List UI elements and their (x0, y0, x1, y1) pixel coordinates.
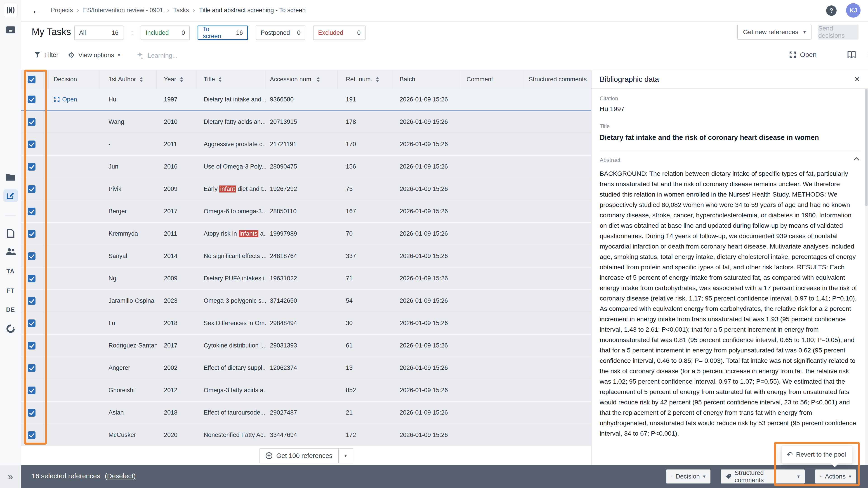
row-checkbox[interactable] (28, 409, 35, 417)
help-icon[interactable]: ? (826, 5, 837, 16)
table-row[interactable]: Ng2009Dietary PUFA intakes i...196310227… (21, 267, 591, 290)
batch-cell: 2026-01-09 15:26 (394, 342, 461, 349)
structured-comments-button[interactable]: Structured comments ▾ (721, 469, 805, 484)
row-checkbox[interactable] (28, 163, 35, 170)
row-checkbox[interactable] (28, 342, 35, 350)
archive-tray-icon[interactable] (0, 25, 21, 34)
table-row[interactable]: Wang2010Dietary fatty acids an...2071391… (21, 111, 591, 133)
breadcrumb-item[interactable]: ES/Intervention review - 0901 (83, 7, 163, 14)
column-header-ref-num-[interactable]: Ref. num. (338, 70, 394, 89)
breadcrumb[interactable]: Projects›ES/Intervention review - 0901›T… (51, 7, 306, 14)
column-header-year[interactable]: Year (157, 70, 196, 89)
table-row[interactable]: -2011Aggressive prostate c...21721191170… (21, 133, 591, 156)
table-row[interactable]: Pivik2009Early infant diet and t...19267… (21, 178, 591, 200)
sort-icon[interactable] (317, 77, 320, 82)
table-row[interactable]: Berger2017Omega-6 to omega-3...288501101… (21, 200, 591, 223)
sort-icon[interactable] (376, 77, 379, 82)
plus-circle-icon (266, 452, 273, 459)
app-logo[interactable] (0, 3, 21, 17)
document-icon[interactable] (0, 229, 21, 238)
close-icon[interactable]: × (854, 74, 860, 84)
send-decisions-label: Send decisions (818, 25, 859, 39)
deselect-link[interactable]: (Deselect) (105, 472, 136, 480)
column-header-batch: Batch (394, 70, 461, 89)
author-cell: Jaramillo-Ospina (99, 297, 157, 304)
table-row[interactable]: OpenHu1997Dietary fat intake and ...9366… (21, 89, 591, 111)
table-row[interactable]: Jun2016Use of Omega-3 Poly...28090475156… (21, 156, 591, 178)
avatar[interactable]: KJ (846, 3, 861, 18)
get-references-button[interactable]: Get 100 references ▾ (259, 449, 353, 463)
learning-placeholder: Learning... (148, 52, 178, 59)
reading-mode-button[interactable] (847, 51, 857, 59)
edit-compose-icon[interactable] (0, 189, 21, 202)
ref-num-cell: 337 (338, 253, 394, 260)
revert-label: Revert to the pool (796, 451, 846, 458)
sort-icon[interactable] (140, 77, 143, 82)
table-row[interactable]: Kremmyda2011Atopy risk in infants a...19… (21, 223, 591, 245)
revert-to-pool-menu-item[interactable]: ↶ Revert to the pool (782, 446, 852, 464)
back-button[interactable]: ← (32, 5, 41, 16)
column-header-title[interactable]: Title (196, 70, 266, 89)
table-row[interactable]: Jaramillo-Ospina2023Omega-3 polygenic s.… (21, 290, 591, 312)
breadcrumb-separator: › (193, 7, 195, 14)
folder-icon[interactable] (0, 173, 21, 182)
ft-badge[interactable]: FT (0, 287, 21, 294)
table-row[interactable]: Sanyal2014No significant effects ...2481… (21, 245, 591, 267)
row-checkbox[interactable] (28, 320, 35, 327)
get-new-references-button[interactable]: Get new references ▾ (737, 25, 811, 39)
row-checkbox[interactable] (28, 230, 35, 238)
batch-cell: 2026-01-09 15:26 (394, 431, 461, 438)
open-reference-link[interactable]: Open (54, 96, 99, 103)
breadcrumb-item[interactable]: Title and abstract screening - To screen (199, 7, 306, 14)
tab-included[interactable]: Included0 (141, 26, 190, 40)
ref-num-cell: 21 (338, 409, 394, 416)
row-checkbox[interactable] (28, 140, 35, 148)
row-checkbox[interactable] (28, 387, 35, 394)
column-header-1st-author[interactable]: 1st Author (99, 70, 157, 89)
learning-field[interactable]: Learning... (136, 51, 178, 60)
accession-cell: 19631022 (266, 275, 338, 282)
row-checkbox-cell (21, 431, 49, 439)
row-checkbox[interactable] (28, 275, 35, 283)
row-checkbox[interactable] (28, 207, 35, 215)
send-decisions-button[interactable]: Send decisions (818, 25, 859, 39)
row-checkbox[interactable] (28, 96, 35, 103)
table-row[interactable]: Angerer2002Effect of dietary suppl...120… (21, 357, 591, 379)
tab-postponed[interactable]: Postponed0 (256, 26, 305, 40)
tab-excluded[interactable]: Excluded0 (313, 26, 366, 40)
table-row[interactable]: Lu2018Sex Differences in Om...2984849430… (21, 312, 591, 335)
table-row[interactable]: Aslan2018Effect of tauroursode...2902748… (21, 402, 591, 424)
de-badge[interactable]: DE (0, 306, 21, 313)
view-options-button[interactable]: ⚙ View options ▾ (68, 51, 120, 59)
get-references-dropdown[interactable]: ▾ (338, 449, 353, 463)
batch-cell: 2026-01-09 15:26 (394, 119, 461, 125)
tab-to-screen[interactable]: To screen16 (197, 26, 248, 40)
people-icon[interactable] (0, 247, 21, 256)
abstract-section-header[interactable]: Abstract (600, 151, 860, 163)
panel-scrollbar[interactable] (865, 89, 868, 465)
decision-button[interactable]: Decision ▾ (666, 469, 710, 484)
actions-button[interactable]: Actions ▾ (815, 469, 856, 484)
row-checkbox[interactable] (28, 185, 35, 193)
row-checkbox[interactable] (28, 118, 35, 126)
sort-icon[interactable] (219, 77, 222, 82)
row-checkbox[interactable] (28, 297, 35, 305)
ta-badge[interactable]: TA (0, 268, 21, 275)
row-checkbox[interactable] (28, 364, 35, 372)
breadcrumb-item[interactable]: Tasks (174, 7, 189, 14)
sidebar-expand-button[interactable]: » (0, 465, 21, 488)
table-row[interactable]: McCusker2020Nonesterified Fatty Ac...334… (21, 424, 591, 447)
row-checkbox[interactable] (28, 431, 35, 439)
sync-icon[interactable] (0, 324, 21, 334)
ref-num-cell: 156 (338, 163, 394, 170)
column-header-accession-num-[interactable]: Accession num. (266, 70, 338, 89)
table-row[interactable]: Rodriguez-Santana2017Cytokine distributi… (21, 335, 591, 357)
open-reference-button[interactable]: Open (789, 51, 816, 59)
tab-all[interactable]: All16 (74, 26, 123, 40)
filter-button[interactable]: Filter (34, 51, 58, 59)
sort-icon[interactable] (180, 77, 183, 82)
row-checkbox[interactable] (28, 252, 35, 260)
select-all-checkbox[interactable] (28, 76, 35, 84)
table-row[interactable]: Ghoreishi2012Omega-3 fatty acids a...852… (21, 379, 591, 402)
breadcrumb-item[interactable]: Projects (51, 7, 73, 14)
